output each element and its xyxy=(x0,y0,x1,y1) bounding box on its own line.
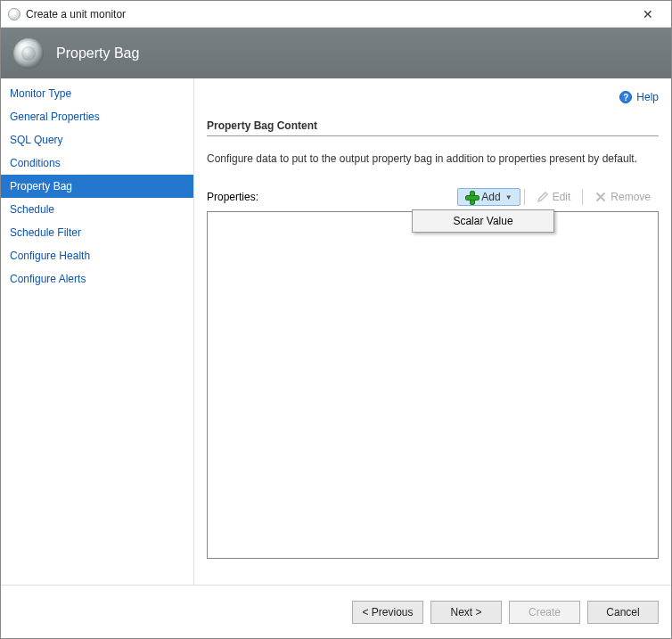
properties-listbox[interactable] xyxy=(207,211,659,559)
sidebar-item-configure-alerts[interactable]: Configure Alerts xyxy=(1,267,193,291)
sidebar-item-general-properties[interactable]: General Properties xyxy=(1,105,193,128)
wizard-body: Monitor Type General Properties SQL Quer… xyxy=(1,78,671,585)
wizard-content: ? Help Property Bag Content Configure da… xyxy=(194,78,671,585)
wizard-footer: < Previous Next > Create Cancel xyxy=(1,585,671,638)
help-icon: ? xyxy=(619,91,632,103)
sidebar-item-property-bag[interactable]: Property Bag xyxy=(1,175,193,198)
header-title: Property Bag xyxy=(56,45,139,61)
add-dropdown: Scalar Value xyxy=(412,209,554,233)
edit-button[interactable]: Edit xyxy=(529,188,579,206)
cancel-button[interactable]: Cancel xyxy=(587,601,659,624)
sidebar-item-sql-query[interactable]: SQL Query xyxy=(1,128,193,152)
help-label: Help xyxy=(636,91,659,103)
remove-label: Remove xyxy=(611,191,651,203)
add-label: Add xyxy=(481,191,500,203)
pencil-icon xyxy=(537,191,549,203)
title-bar: Create a unit monitor ✕ xyxy=(1,1,671,28)
sidebar-item-conditions[interactable]: Conditions xyxy=(1,152,193,175)
section-description: Configure data to put to the output prop… xyxy=(207,152,659,165)
header-orb-icon xyxy=(13,38,44,69)
edit-label: Edit xyxy=(553,191,571,203)
properties-toolbar-row: Properties: Add ▼ Edit xyxy=(207,188,659,206)
toolbar-separator xyxy=(582,189,583,205)
create-button: Create xyxy=(509,601,580,624)
dropdown-item-scalar-value[interactable]: Scalar Value xyxy=(413,210,553,232)
properties-area: Properties: Add ▼ Edit xyxy=(207,188,659,559)
chevron-down-icon: ▼ xyxy=(505,193,512,201)
close-button[interactable]: ✕ xyxy=(632,2,664,27)
sidebar-item-schedule[interactable]: Schedule xyxy=(1,198,193,221)
properties-toolbar: Add ▼ Edit xyxy=(457,188,659,206)
plus-icon xyxy=(465,191,478,203)
delete-icon xyxy=(594,191,607,203)
sidebar-item-configure-health[interactable]: Configure Health xyxy=(1,244,193,267)
remove-button[interactable]: Remove xyxy=(586,188,659,206)
previous-button[interactable]: < Previous xyxy=(352,601,423,624)
add-button[interactable]: Add ▼ xyxy=(457,188,520,206)
properties-label: Properties: xyxy=(207,191,258,203)
wizard-sidebar: Monitor Type General Properties SQL Quer… xyxy=(1,78,194,585)
help-link[interactable]: ? Help xyxy=(619,91,659,103)
sidebar-item-monitor-type[interactable]: Monitor Type xyxy=(1,82,193,105)
section-title: Property Bag Content xyxy=(207,119,659,136)
app-icon xyxy=(8,8,20,20)
next-button[interactable]: Next > xyxy=(430,601,502,624)
header-banner: Property Bag xyxy=(1,28,671,78)
toolbar-separator xyxy=(524,189,525,205)
sidebar-item-schedule-filter[interactable]: Schedule Filter xyxy=(1,221,193,244)
wizard-window: Create a unit monitor ✕ Property Bag Mon… xyxy=(0,0,672,639)
window-title: Create a unit monitor xyxy=(26,8,632,20)
